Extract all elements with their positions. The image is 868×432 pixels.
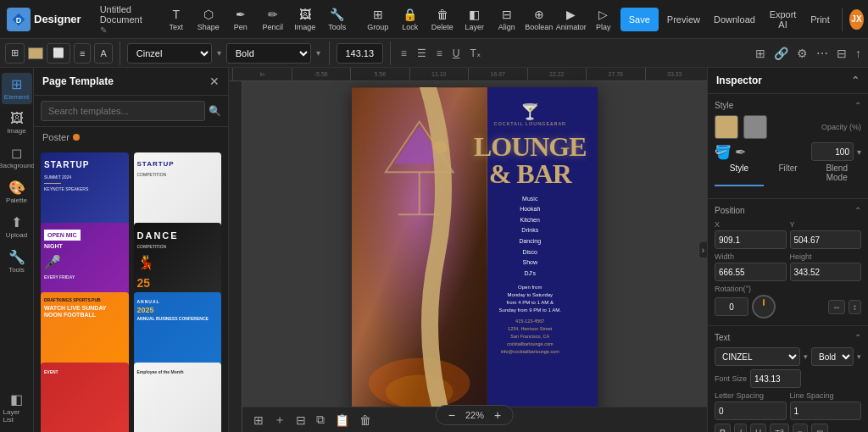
play-tool-icon: ▷ (598, 8, 608, 21)
tab-style[interactable]: Style (715, 161, 764, 186)
share-icon[interactable]: ↑ (854, 45, 863, 62)
sidebar-item-element[interactable]: ⊞ Element (2, 73, 32, 104)
text-italic-button[interactable]: I (734, 424, 747, 432)
inspector-bold-select[interactable]: Bold (811, 347, 854, 366)
tool-align[interactable]: ⊟ Align (492, 3, 522, 36)
stroke-color-picker[interactable] (743, 115, 767, 139)
tool-pen[interactable]: ✒ Pen (225, 3, 256, 36)
letter-spacing-input[interactable] (715, 402, 787, 420)
download-button[interactable]: Download (709, 8, 760, 31)
tab-filter[interactable]: Filter (764, 161, 813, 186)
zoom-minus-button[interactable]: − (445, 408, 459, 422)
height-input[interactable] (790, 263, 862, 281)
fill-color-picker[interactable] (715, 115, 738, 139)
collapse-arrow[interactable]: › (698, 241, 707, 259)
tool-delete[interactable]: 🗑 Delete (427, 3, 458, 36)
delete-tool-icon: 🗑 (437, 8, 448, 21)
settings-icon[interactable]: ⚙ (795, 45, 810, 62)
text-superscript-button[interactable]: Ta (770, 424, 789, 432)
y-input[interactable] (790, 230, 862, 249)
text-align-right-button[interactable]: ≡ (433, 46, 446, 61)
color-row: Opacity (%) (715, 115, 861, 139)
tool-pencil[interactable]: ✏ Pencil (258, 3, 288, 36)
toolbar-separator-3 (842, 8, 843, 31)
copy-icon[interactable]: ⊞ (754, 45, 767, 62)
flip-h-button[interactable]: ↔ (828, 300, 845, 314)
duplicate-bottom-icon[interactable]: ⧉ (314, 411, 327, 429)
more-icon[interactable]: ⋯ (815, 45, 830, 62)
preview-button[interactable]: Preview (662, 8, 705, 31)
pen-tool-icon: ✒ (236, 8, 246, 21)
text-section-title[interactable]: Text ⌃ (715, 333, 861, 342)
sidebar-item-image[interactable]: 🖼 Image (2, 108, 32, 138)
opacity-chevron-icon[interactable]: ▾ (857, 147, 861, 157)
category-indicator (73, 134, 80, 141)
search-input[interactable] (41, 101, 205, 121)
tool-text[interactable]: T Text (161, 3, 192, 36)
inspector-font-select[interactable]: CINZEL (715, 347, 800, 366)
zoom-plus-button[interactable]: + (491, 408, 504, 422)
user-avatar[interactable]: JX (849, 9, 865, 30)
vertical-ruler (229, 81, 242, 432)
line-spacing-input[interactable] (790, 402, 862, 420)
grid-bottom-icon[interactable]: ⊞ (251, 412, 266, 429)
rotation-input[interactable] (715, 297, 748, 316)
font-weight-select[interactable]: Bold (226, 43, 311, 64)
add-bottom-icon[interactable]: ＋ (271, 411, 288, 429)
font-size-inspector-input[interactable] (750, 369, 801, 388)
save-button[interactable]: Save (620, 8, 659, 31)
tool-shape[interactable]: ⬡ Shape (193, 3, 224, 36)
sidebar-item-palette[interactable]: 🎨 Palette (2, 176, 32, 208)
inspector-chevron-up-icon[interactable]: ⌃ (851, 75, 860, 86)
position-section-title[interactable]: Position ⌃ (715, 206, 861, 215)
grid-view-button[interactable]: ⊞ (5, 43, 25, 64)
text-align-left-button[interactable]: ≡ (398, 46, 410, 61)
sidebar-item-background[interactable]: ◻ Background (2, 141, 32, 173)
sidebar-item-layer-list[interactable]: ◧ Layer List (2, 388, 32, 427)
text-underline-button[interactable]: U (750, 424, 766, 432)
template-red[interactable]: EVENT Free (41, 363, 129, 433)
text-align-right-inspector[interactable]: ⊟ (811, 424, 828, 432)
opacity-input[interactable] (811, 142, 854, 161)
sidebar-item-upload[interactable]: ⬆ Upload (2, 211, 32, 242)
tool-play[interactable]: ▷ Play (588, 3, 619, 36)
rotation-dial[interactable] (752, 295, 776, 318)
template-white[interactable]: Employee of the Month Pro (134, 363, 222, 433)
tool-animator[interactable]: ▶ Animator (556, 3, 587, 36)
tool-tools[interactable]: 🔧 Tools (322, 3, 353, 36)
style-section-title[interactable]: Style ⌃ (715, 101, 861, 110)
copy-bottom-icon[interactable]: ⊟ (293, 412, 309, 429)
shape-tool-icon: ⬡ (203, 8, 214, 21)
panel-close-button[interactable]: ✕ (209, 75, 220, 88)
sidebar-item-tools[interactable]: 🔧 Tools (2, 246, 32, 277)
poster-canvas[interactable]: 🍸 COCKTAIL LOUNGE&BAR LOUNGE & BAR Music… (352, 87, 598, 426)
tab-blend-mode[interactable]: Blend Mode (812, 161, 861, 186)
text-style-button[interactable]: A (94, 43, 112, 64)
text-align-left-inspector[interactable]: ≡ (793, 424, 808, 432)
font-size-input[interactable] (337, 43, 383, 64)
x-input[interactable] (715, 230, 787, 249)
inspector-title: Inspector (716, 75, 762, 86)
page-bottom-icon[interactable]: 📋 (332, 412, 352, 429)
tool-layer[interactable]: ◧ Layer (459, 3, 490, 36)
document-title[interactable]: Untitled Document ✎ (100, 4, 142, 35)
tool-lock[interactable]: 🔒 Lock (395, 3, 426, 36)
print-button[interactable]: Print (805, 8, 835, 31)
export-ai-button[interactable]: Export AI (764, 8, 802, 31)
tool-group[interactable]: ⊞ Group (363, 3, 393, 36)
font-family-select[interactable]: Cinzel (127, 43, 212, 64)
align-left-button[interactable]: ≡ (74, 43, 91, 64)
link-icon[interactable]: 🔗 (772, 45, 790, 62)
text-align-center-button[interactable]: ☰ (414, 46, 430, 61)
text-bold-button[interactable]: B (715, 424, 731, 432)
grid-icon[interactable]: ⊟ (835, 45, 849, 62)
width-input[interactable] (715, 263, 787, 281)
delete-bottom-icon[interactable]: 🗑 (357, 412, 374, 429)
tool-boolean[interactable]: ⊕ Boolean (524, 3, 554, 36)
text-format-T-button[interactable]: Tₓ (466, 46, 483, 61)
flip-v-button[interactable]: ↕ (849, 300, 861, 314)
fill-color-swatch[interactable] (28, 47, 43, 59)
underline-button[interactable]: U (449, 46, 464, 61)
tool-image[interactable]: 🖼 Image (290, 3, 320, 36)
stroke-button[interactable]: ⬜ (47, 43, 70, 64)
